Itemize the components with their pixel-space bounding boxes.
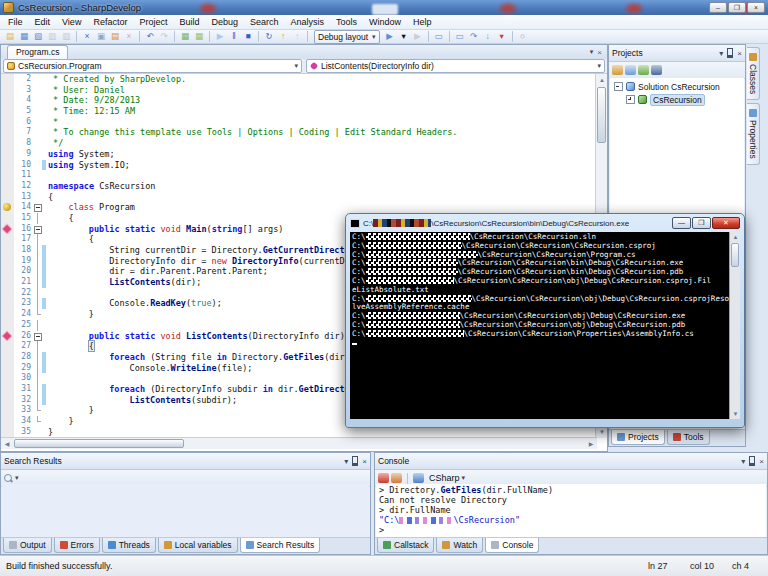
run-icon[interactable]: ▶ [214,31,226,42]
gutter-margin[interactable] [1,341,14,352]
step-over-icon[interactable]: ↷ [468,31,480,42]
debug-layout-combobox[interactable]: Debug layout▾ [314,30,380,44]
pin-icon[interactable] [352,456,358,466]
console-panel-line[interactable]: > [379,525,763,535]
gutter-margin[interactable] [1,170,14,181]
console-panel-content[interactable]: > Directory.GetFiles(dir.FullName)Can no… [376,484,766,537]
gutter-margin[interactable] [1,427,14,438]
gutter-margin[interactable] [1,277,14,288]
gutter-margin[interactable] [1,309,14,320]
gutter-margin[interactable] [1,320,14,331]
panel-menu-icon[interactable]: ▾ [741,457,745,466]
code-line[interactable]: 14class Program [1,202,597,213]
fold-toggle-icon[interactable] [33,331,42,342]
pin-icon[interactable] [749,456,755,466]
menu-build[interactable]: Build [173,16,205,28]
code-line[interactable]: 4 * Date: 9/28/2013 [1,95,597,106]
delete-icon[interactable]: × [123,31,135,42]
gutter-margin[interactable] [1,181,14,192]
cut-icon[interactable]: × [81,31,93,42]
console-panel-line[interactable]: "C:\\CsRecursion" [379,515,763,525]
bottomleft-tab-local-variables[interactable]: Local variables [158,538,238,553]
gutter-margin[interactable] [1,213,14,224]
gutter-margin[interactable] [1,74,14,85]
gutter-margin[interactable] [1,192,14,203]
gutter-margin[interactable] [1,138,14,149]
gutter-margin[interactable] [1,256,14,267]
bottomleft-tab-output[interactable]: Output [3,538,52,553]
gutter-margin[interactable] [1,202,14,213]
gutter-margin[interactable] [1,352,14,363]
gutter-margin[interactable] [1,395,14,406]
console-window-titlebar[interactable]: C:\\CsRecursion\CsRecursion\bin\Debug\Cs… [346,214,744,232]
chevron-down-icon[interactable]: ▾ [15,474,19,482]
step-up-disabled-icon[interactable]: ↑ [291,31,303,42]
console-panel-line[interactable]: > dir.FullName [379,505,763,515]
right-tab-projects[interactable]: Projects [611,430,665,445]
pin-icon[interactable] [727,48,733,58]
breakpoint-window-icon[interactable]: ▭ [454,31,466,42]
gutter-margin[interactable] [1,245,14,256]
code-line[interactable]: 8 */ [1,138,597,149]
class-bookmark-icon[interactable] [3,203,11,211]
code-line[interactable]: 13{ [1,192,597,203]
collapse-icon[interactable] [614,82,623,91]
menu-tools[interactable]: Tools [330,16,363,28]
console-scrollbar[interactable]: ▲ ▼ [729,232,740,419]
member-combobox[interactable]: ListContents(DirectoryInfo dir) ▾ [306,59,605,73]
method-bookmark-icon[interactable] [3,331,11,339]
menu-help[interactable]: Help [407,16,438,28]
gutter-margin[interactable] [1,288,14,299]
profiler-icon[interactable]: ▶ [412,31,424,42]
open-folder-icon[interactable]: ▦ [18,31,30,42]
menu-file[interactable]: File [2,16,29,28]
gutter-margin[interactable] [1,298,14,309]
search-icon[interactable]: ○ [517,31,529,42]
right-tab-tools[interactable]: Tools [667,430,710,445]
gutter-margin[interactable] [1,373,14,384]
maximize-button[interactable]: ❐ [728,2,746,13]
menu-refactor[interactable]: Refactor [87,16,133,28]
menu-project[interactable]: Project [133,16,173,28]
bottomright-tab-watch[interactable]: Watch [436,538,483,553]
bottomleft-tab-errors[interactable]: Errors [54,538,100,553]
caret-icon[interactable]: ▾ [398,31,410,42]
gutter-margin[interactable] [1,127,14,138]
side-tab-properties[interactable]: Properties [747,103,760,165]
new-file-icon[interactable]: ▤ [4,31,16,42]
code-line[interactable]: 5 * Time: 12:15 AM [1,106,597,117]
gutter-margin[interactable] [1,95,14,106]
gutter-margin[interactable] [1,405,14,416]
search-icon[interactable] [4,474,13,483]
editor-horizontal-scrollbar[interactable]: ◀ ▶ [1,437,597,449]
add-item-icon[interactable] [625,65,636,75]
step-up-icon[interactable]: ↑ [277,31,289,42]
run-options-icon[interactable]: ▶ [384,31,396,42]
clear-console-icon[interactable] [378,473,389,483]
gutter-margin[interactable] [1,117,14,128]
stop-icon[interactable]: ■ [242,31,254,42]
panel-menu-icon[interactable]: ▾ [719,49,723,58]
close-button[interactable]: × [747,2,765,13]
panel-menu-icon[interactable]: ▾ [344,457,348,466]
tab-list-dropdown-icon[interactable]: ▾ [590,48,594,57]
undo-icon[interactable]: ↶ [144,31,156,42]
language-selector[interactable]: CSharp [429,473,460,483]
console-maximize-button[interactable]: ❐ [692,217,711,229]
gutter-margin[interactable] [1,85,14,96]
rebuild-icon[interactable]: ▦ [193,31,205,42]
open-project-icon[interactable]: ▧ [32,31,44,42]
minimize-button[interactable]: – [709,2,727,13]
console-app-window[interactable]: C:\\CsRecursion\CsRecursion\bin\Debug\Cs… [345,213,745,428]
menu-edit[interactable]: Edit [29,16,57,28]
gutter-margin[interactable] [1,384,14,395]
new-solution-icon[interactable] [612,65,623,75]
gutter-margin[interactable] [1,160,14,171]
code-line[interactable]: 11 [1,170,597,181]
gutter-margin[interactable] [1,266,14,277]
code-line[interactable]: 6 * [1,117,597,128]
step-into-icon[interactable]: ↓ [482,31,494,42]
tree-item-solution-csrecursion[interactable]: Solution CsRecursion [610,80,744,93]
side-tab-classes[interactable]: Classes [747,47,760,100]
panel-close-icon[interactable]: × [759,457,764,466]
